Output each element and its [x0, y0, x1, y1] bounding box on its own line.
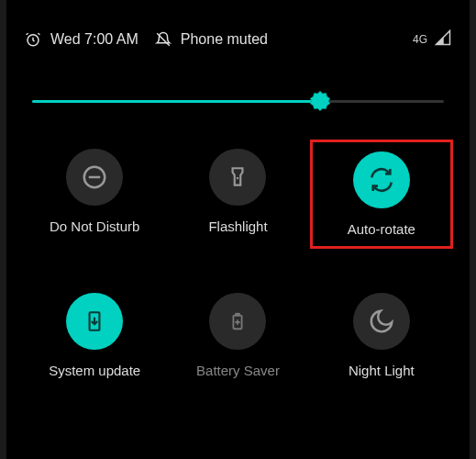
network-label: 4G: [413, 34, 427, 45]
auto-rotate-icon: [353, 151, 410, 208]
svg-rect-7: [237, 314, 240, 316]
tile-battery-saver[interactable]: Battery Saver: [166, 284, 309, 387]
status-time: Wed 7:00 AM: [50, 31, 138, 48]
bell-off-icon: [155, 31, 172, 48]
tile-label: Night Light: [349, 363, 415, 378]
tiles-grid: Do Not Disturb Flashlight Auto-rotate Sy…: [6, 112, 470, 387]
phone-state-label: Phone muted: [181, 31, 268, 48]
tile-label: Battery Saver: [196, 363, 280, 378]
battery-saver-icon: [209, 293, 266, 350]
tile-label: Auto-rotate: [348, 221, 415, 237]
tile-label: Flashlight: [208, 218, 267, 234]
system-update-icon: [66, 293, 123, 350]
alarm-icon: [25, 31, 41, 48]
dnd-icon: [66, 149, 123, 206]
tile-label: System update: [49, 363, 140, 378]
flashlight-icon: [209, 149, 266, 206]
tile-do-not-disturb[interactable]: Do Not Disturb: [23, 140, 166, 249]
tile-night-light[interactable]: Night Light: [310, 284, 453, 387]
tile-label: Do Not Disturb: [50, 218, 139, 234]
tile-flashlight[interactable]: Flashlight: [166, 140, 309, 249]
tile-system-update[interactable]: System update: [23, 284, 166, 387]
quick-settings-panel: Wed 7:00 AM Phone muted 4G Do No: [6, 0, 470, 459]
brightness-slider[interactable]: [32, 90, 444, 112]
brightness-thumb[interactable]: [308, 89, 332, 113]
signal-icon: [435, 29, 451, 50]
tile-auto-rotate[interactable]: Auto-rotate: [310, 140, 453, 249]
brightness-fill: [32, 100, 320, 103]
svg-marker-1: [310, 91, 330, 111]
status-bar: Wed 7:00 AM Phone muted 4G: [6, 0, 470, 50]
night-light-icon: [353, 293, 410, 350]
